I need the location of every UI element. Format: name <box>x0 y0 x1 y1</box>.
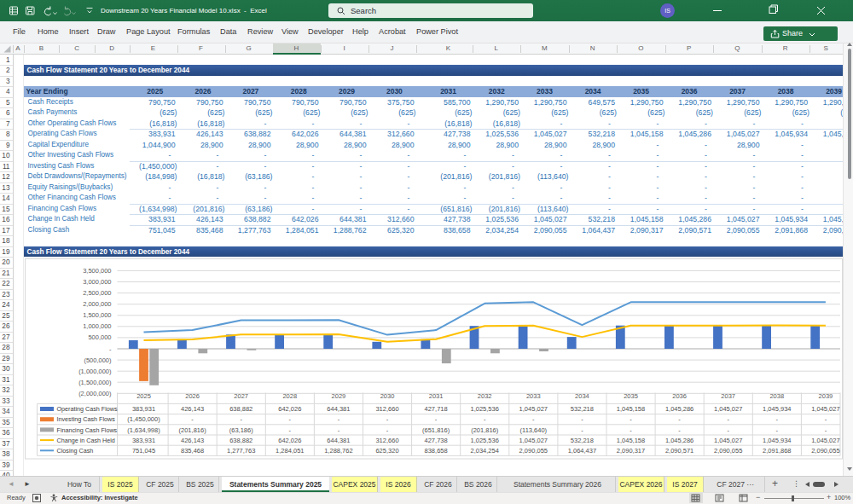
svg-text:642,026: 642,026 <box>278 405 301 413</box>
svg-text:(113,640): (113,640) <box>519 426 547 434</box>
svg-text:2,500,000: 2,500,000 <box>83 289 111 297</box>
svg-text:625,320: 625,320 <box>375 447 398 455</box>
svg-text:2,090,055: 2,090,055 <box>519 447 547 455</box>
svg-text:2037: 2037 <box>721 392 735 400</box>
svg-text:644,381: 644,381 <box>327 437 350 444</box>
svg-text:(1,000,000): (1,000,000) <box>78 368 112 375</box>
svg-text:642,026: 642,026 <box>278 437 301 444</box>
svg-text:638,882: 638,882 <box>229 437 252 444</box>
svg-text:426,143: 426,143 <box>181 405 204 413</box>
svg-text:(201,816): (201,816) <box>178 426 206 434</box>
svg-text:2,034,254: 2,034,254 <box>470 447 498 455</box>
svg-text:2,090,317: 2,090,317 <box>616 447 644 455</box>
svg-text:1,045,158: 1,045,158 <box>616 405 644 413</box>
svg-text:2038: 2038 <box>769 392 784 400</box>
svg-text:1,064,437: 1,064,437 <box>567 447 595 455</box>
svg-text:1,045,286: 1,045,286 <box>664 437 693 444</box>
svg-text:2027: 2027 <box>234 392 248 400</box>
svg-text:(2,000,000): (2,000,000) <box>78 390 112 397</box>
svg-text:(500,000): (500,000) <box>84 356 112 364</box>
svg-text:2,091,868: 2,091,868 <box>763 447 791 455</box>
svg-text:1,045,158: 1,045,158 <box>616 437 644 444</box>
svg-text:1,500,000: 1,500,000 <box>83 311 111 319</box>
svg-text:2032: 2032 <box>477 392 491 400</box>
svg-text:383,931: 383,931 <box>131 405 154 413</box>
svg-text:2029: 2029 <box>331 392 345 400</box>
svg-text:751,045: 751,045 <box>131 447 154 455</box>
svg-text:1,045,027: 1,045,027 <box>519 437 547 444</box>
svg-text:312,660: 312,660 <box>375 405 398 413</box>
svg-text:2039: 2039 <box>818 392 833 400</box>
svg-text:312,660: 312,660 <box>375 437 398 444</box>
svg-text:1,045,286: 1,045,286 <box>664 405 693 413</box>
svg-text:2036: 2036 <box>672 392 687 400</box>
svg-text:Financing Cash Flows: Financing Cash Flows <box>56 426 117 434</box>
svg-text:532,218: 532,218 <box>570 437 593 444</box>
svg-text:427,718: 427,718 <box>424 405 447 413</box>
svg-text:1,045,934: 1,045,934 <box>763 437 791 444</box>
svg-text:2,000,000: 2,000,000 <box>83 300 111 308</box>
svg-text:(201,816): (201,816) <box>471 426 499 434</box>
svg-text:1,025,536: 1,025,536 <box>470 437 498 444</box>
svg-text:1,288,762: 1,288,762 <box>324 447 352 455</box>
svg-text:2,090,055: 2,090,055 <box>714 447 742 455</box>
svg-text:2,090,571: 2,090,571 <box>664 447 693 455</box>
svg-text:2030: 2030 <box>380 392 394 400</box>
svg-text:Closing Cash: Closing Cash <box>56 447 93 455</box>
svg-text:1,045,027: 1,045,027 <box>811 405 839 413</box>
svg-text:835,468: 835,468 <box>181 447 204 455</box>
svg-text:1,045,027: 1,045,027 <box>811 437 839 444</box>
svg-text:1,277,763: 1,277,763 <box>227 447 255 455</box>
svg-text:(651,816): (651,816) <box>422 426 450 434</box>
svg-text:383,931: 383,931 <box>131 437 154 444</box>
svg-text:2025: 2025 <box>136 392 151 400</box>
svg-text:3,000,000: 3,000,000 <box>83 278 111 286</box>
svg-text:500,000: 500,000 <box>88 333 111 341</box>
svg-text:1,284,051: 1,284,051 <box>276 447 304 455</box>
svg-text:(1,500,000): (1,500,000) <box>78 379 112 386</box>
svg-text:2033: 2033 <box>525 392 540 400</box>
svg-text:644,381: 644,381 <box>327 405 350 413</box>
svg-text:(1,634,998): (1,634,998) <box>127 426 160 434</box>
svg-text:1,000,000: 1,000,000 <box>83 322 111 330</box>
svg-text:2035: 2035 <box>624 392 638 400</box>
svg-text:2026: 2026 <box>185 392 200 400</box>
svg-text:427,738: 427,738 <box>424 437 447 444</box>
svg-text:1,045,934: 1,045,934 <box>763 405 791 413</box>
svg-text:2028: 2028 <box>282 392 297 400</box>
svg-text:(63,186): (63,186) <box>229 426 252 434</box>
svg-text:3,500,000: 3,500,000 <box>83 267 111 275</box>
svg-text:532,218: 532,218 <box>570 405 593 413</box>
svg-text:Operating Cash Flows: Operating Cash Flows <box>56 405 118 413</box>
svg-text:Change in Cash Held: Change in Cash Held <box>56 437 114 444</box>
svg-text:Investing Cash Flows: Investing Cash Flows <box>56 415 115 423</box>
svg-text:838,658: 838,658 <box>424 447 447 455</box>
svg-text:(1,450,000): (1,450,000) <box>127 415 160 423</box>
svg-text:2034: 2034 <box>575 392 589 400</box>
svg-text:2,090,055: 2,090,055 <box>811 447 839 455</box>
svg-text:1,045,027: 1,045,027 <box>714 405 742 413</box>
svg-text:638,882: 638,882 <box>229 405 252 413</box>
svg-text:1,045,027: 1,045,027 <box>714 437 742 444</box>
svg-text:426,143: 426,143 <box>181 437 204 444</box>
svg-text:1,025,536: 1,025,536 <box>470 405 498 413</box>
svg-text:2031: 2031 <box>428 392 443 400</box>
svg-text:1,045,027: 1,045,027 <box>519 405 547 413</box>
